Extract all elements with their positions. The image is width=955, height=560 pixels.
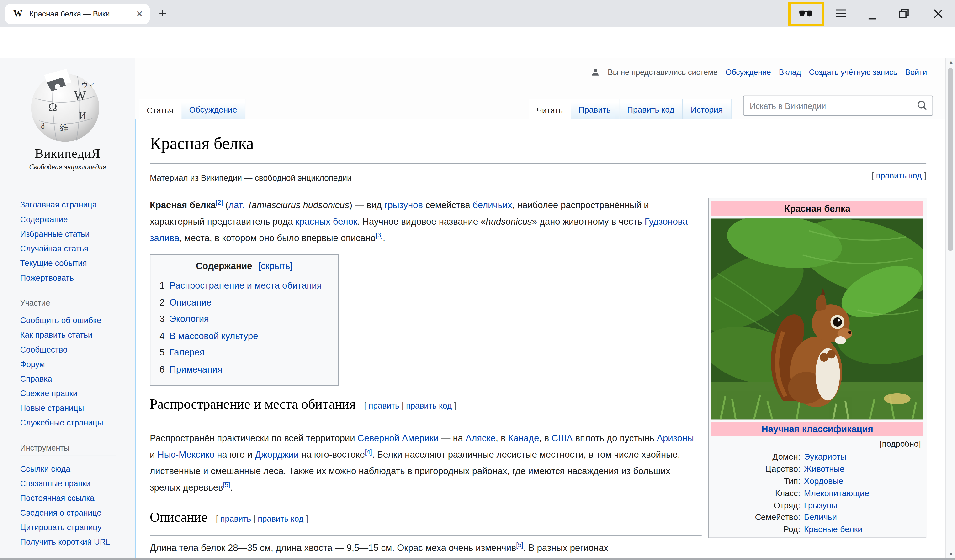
new-tab-button[interactable]: + (155, 5, 171, 21)
sidebar-item-short-url[interactable]: Получить короткий URL (20, 538, 110, 547)
toc-link-gallery[interactable]: Галерея (169, 347, 205, 357)
table-row: Царство:Животные (711, 463, 924, 475)
table-row: Род:Красные белки (711, 523, 924, 535)
section-heading-description: Описание [ править | править код ] (150, 509, 308, 525)
sidebar-item-cite-page[interactable]: Цитировать страницу (20, 523, 102, 532)
sidebar-item-permanent-link[interactable]: Постоянная ссылка (20, 494, 94, 503)
toc-link-references[interactable]: Примечания (169, 364, 222, 374)
svg-text:ვ: ვ (41, 120, 45, 129)
sidebar-item-featured[interactable]: Избранные статьи (20, 229, 89, 239)
screenshot-stage: W Красная белка — Вики ✕ + (0, 0, 955, 560)
section-edit-link[interactable]: править (369, 401, 399, 410)
search-icon[interactable] (916, 99, 929, 112)
table-row: Тип:Хордовые (711, 475, 924, 487)
browser-tab[interactable]: W Красная белка — Вики ✕ (5, 3, 150, 24)
sidebar-item-contents[interactable]: Содержание (20, 215, 68, 224)
taxon-link-domain[interactable]: Эукариоты (804, 452, 846, 462)
wikipedia-globe-logo[interactable]: W Ω И 維 ウィ ვ (28, 69, 102, 143)
distribution-paragraph: Распространён практически по всей террит… (150, 430, 698, 496)
sidebar-nav-tools: Ссылки сюда Связанные правки Постоянная … (20, 462, 133, 550)
browser-window: W Красная белка — Вики ✕ + (0, 0, 955, 560)
sidebar-item-help[interactable]: Справка (20, 374, 52, 384)
personal-link-create-account[interactable]: Создать учётную запись (809, 67, 897, 76)
taxon-link-order[interactable]: Грызуны (804, 501, 837, 510)
wikipedia-wordmark[interactable]: ВикипедиЯ (0, 146, 135, 161)
title-divider (150, 163, 927, 164)
tab-read[interactable]: Читать (529, 99, 571, 120)
restore-icon (899, 9, 909, 19)
sidebar-item-recent-changes[interactable]: Свежие правки (20, 389, 77, 398)
user-icon (591, 67, 600, 76)
tab-discussion[interactable]: Обсуждение (181, 99, 246, 119)
scroll-down-arrow[interactable]: ▼ (948, 551, 953, 556)
taxon-link-genus[interactable]: Красные белки (804, 525, 863, 534)
page-scrollbar[interactable]: ▲ ▼ (945, 58, 955, 560)
yellow-highlight-annotation (788, 2, 824, 26)
section-edit-source-link[interactable]: править код (258, 515, 304, 524)
section-edit-source-link[interactable]: править код (406, 401, 452, 410)
table-row: Семейство:Беличьи (711, 512, 924, 523)
window-close-button[interactable] (931, 6, 945, 21)
sidebar-item-main-page[interactable]: Заглавная страница (20, 200, 97, 209)
sidebar-item-community[interactable]: Сообщество (20, 345, 67, 354)
lead-paragraph: Красная белка[2] (лат. Tamiasciurus huds… (150, 197, 698, 246)
sidebar-item-random[interactable]: Случайная статья (20, 244, 88, 253)
tab-edit[interactable]: Править (571, 99, 619, 119)
toc-item: 2Описание (160, 294, 330, 310)
tab-history[interactable]: История (683, 99, 731, 119)
taxon-link-class[interactable]: Млекопитающие (804, 489, 869, 498)
scroll-up-arrow[interactable]: ▲ (948, 59, 953, 64)
section-edit-link[interactable]: править (220, 515, 251, 524)
taxobox-details-link[interactable]: [подробно] (711, 436, 924, 451)
close-icon (933, 9, 942, 18)
toc-link-pop-culture[interactable]: В массовой культуре (169, 330, 258, 340)
sidebar-header-tools: Инструменты (20, 443, 116, 455)
toc-link-ecology[interactable]: Экология (169, 314, 209, 324)
toc-link-distribution[interactable]: Распространение и места обитания (169, 280, 322, 290)
window-minimize-button[interactable] (865, 9, 879, 23)
namespace-tabs: Статья Обсуждение (139, 99, 246, 120)
wiki-search-input[interactable] (748, 98, 909, 114)
personal-link-talk[interactable]: Обсуждение (726, 67, 771, 76)
browser-menu-button[interactable] (833, 6, 848, 21)
sidebar-item-current-events[interactable]: Текущие события (20, 259, 87, 268)
toc-item: 3Экология (160, 310, 330, 327)
toc-item: 6Примечания (160, 361, 330, 377)
sidebar-item-how-to-edit[interactable]: Как править статьи (20, 331, 92, 340)
tab-close-icon[interactable]: ✕ (134, 9, 145, 20)
edit-source-top-anchor[interactable]: править код (876, 171, 922, 180)
wikipedia-logo-tagline: Свободная энциклопедия (0, 162, 135, 172)
taxobox-classification-link[interactable]: Научная классификация (762, 424, 874, 434)
taxon-link-family[interactable]: Беличьи (804, 513, 837, 522)
toc-link-description[interactable]: Описание (169, 297, 211, 307)
sidebar-item-new-pages[interactable]: Новые страницы (20, 404, 84, 413)
taxon-link-kingdom[interactable]: Животные (804, 465, 844, 474)
sidebar-header-participation: Участие (20, 298, 50, 307)
window-restore-button[interactable] (897, 6, 911, 21)
sidebar-item-donate[interactable]: Пожертвовать (20, 273, 74, 282)
tab-edit-source[interactable]: Править код (619, 99, 683, 119)
table-of-contents: Содержание [скрыть] 1Распространение и м… (150, 254, 339, 386)
tab-article[interactable]: Статья (139, 99, 181, 120)
toc-item: 5Галерея (160, 344, 330, 361)
sidebar-item-related-changes[interactable]: Связанные правки (20, 479, 91, 488)
taxon-link-phylum[interactable]: Хордовые (804, 477, 843, 485)
squirrel-photo[interactable] (711, 218, 924, 419)
wikipedia-favicon: W (13, 9, 22, 19)
window-bottom-edge (0, 558, 955, 560)
sidebar-item-what-links-here[interactable]: Ссылки сюда (20, 464, 70, 473)
section-divider (150, 535, 702, 536)
personal-link-contribs[interactable]: Вклад (779, 67, 801, 76)
personal-link-login[interactable]: Войти (905, 67, 927, 76)
article-title: Красная белка (150, 134, 254, 153)
taxobox-table: Домен:Эукариоты Царство:Животные Тип:Хор… (711, 451, 924, 535)
sidebar-item-special-pages[interactable]: Служебные страницы (20, 418, 103, 427)
sidebar-item-page-info[interactable]: Сведения о странице (20, 508, 102, 517)
sidebar-item-forum[interactable]: Форум (20, 360, 45, 369)
sidebar-nav-main: Заглавная страница Содержание Избранные … (20, 198, 133, 285)
sidebar-item-report-error[interactable]: Сообщить об ошибке (20, 316, 101, 325)
toc-list: 1Распространение и места обитания 2Описа… (160, 277, 330, 378)
anon-notice: Вы не представились системе (607, 67, 717, 76)
toc-hide-toggle[interactable]: [скрыть] (258, 261, 293, 271)
scrollbar-thumb[interactable] (947, 68, 953, 251)
